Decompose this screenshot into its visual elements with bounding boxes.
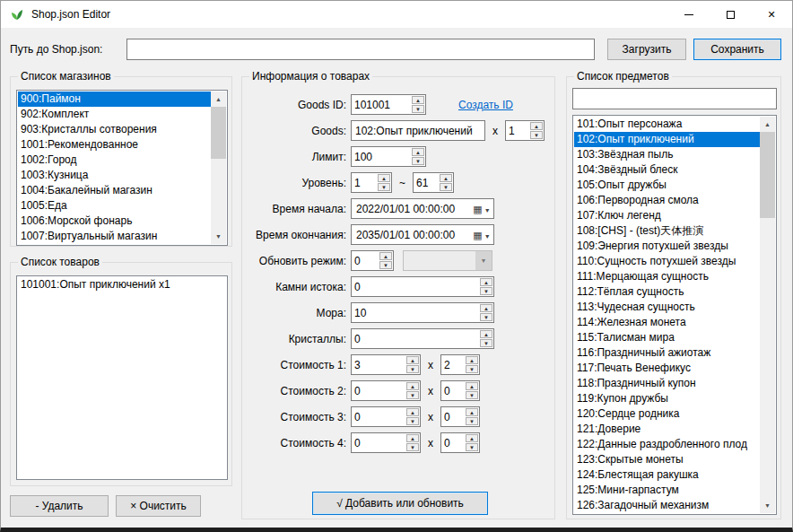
list-item[interactable]: 124:Блестящая ракушка: [574, 467, 760, 483]
list-item[interactable]: 111:Мерцающая сущность: [574, 269, 760, 284]
scroll-down-button[interactable]: [760, 498, 775, 513]
list-item[interactable]: 110:Сущность потухшей звезды: [574, 254, 760, 269]
list-item[interactable]: 101001:Опыт приключений x1: [18, 277, 226, 292]
spin-up-icon[interactable]: [466, 356, 478, 364]
list-item[interactable]: 121:Доверие: [574, 422, 760, 437]
cost2-id-input[interactable]: [352, 381, 405, 400]
list-item[interactable]: 107:Ключ легенд: [574, 208, 760, 223]
spin-down-icon[interactable]: [466, 443, 478, 451]
spin-up-icon[interactable]: [440, 174, 452, 182]
item-filter-input[interactable]: [572, 88, 777, 109]
spin-up-icon[interactable]: [406, 434, 419, 442]
spin-up-icon[interactable]: [379, 252, 392, 260]
list-item[interactable]: 120:Сердце родника: [574, 406, 760, 422]
create-id-link[interactable]: Создать ID: [458, 99, 513, 111]
scroll-thumb[interactable]: [211, 107, 226, 159]
list-item[interactable]: 114:Железная монета: [574, 315, 760, 330]
spin-up-icon[interactable]: [406, 356, 419, 364]
list-item[interactable]: 900:Паймон: [18, 92, 211, 107]
shops-listbox[interactable]: 900:Паймон902:Комплект903:Кристаллы сотв…: [16, 90, 228, 246]
cost2-count-input[interactable]: [441, 381, 465, 400]
list-item[interactable]: 119:Купон дружбы: [574, 391, 760, 406]
scroll-down-button[interactable]: [211, 229, 226, 244]
list-item[interactable]: 106:Первородная смола: [574, 193, 760, 208]
list-item[interactable]: 1004:Бакалейный магазин: [18, 183, 211, 198]
refresh-mode-input[interactable]: [352, 251, 379, 270]
minimize-button[interactable]: [668, 1, 710, 28]
save-button[interactable]: Сохранить: [693, 39, 781, 60]
end-time-picker[interactable]: 2035/01/01 00:00:00: [351, 224, 494, 245]
spin-down-icon[interactable]: [480, 313, 492, 321]
list-item[interactable]: 902:Комплект: [18, 107, 211, 122]
spin-up-icon[interactable]: [406, 382, 419, 390]
goods-input[interactable]: [351, 120, 485, 141]
primogem-input[interactable]: [352, 277, 479, 296]
spin-up-icon[interactable]: [480, 278, 492, 286]
spin-down-icon[interactable]: [480, 339, 492, 347]
list-item[interactable]: 122:Данные раздробленного плод: [574, 437, 760, 452]
cost1-count-input[interactable]: [441, 355, 465, 374]
list-item[interactable]: 126:Загадочный механизм: [574, 498, 760, 513]
list-item[interactable]: 903:Кристаллы сотворения: [18, 122, 211, 137]
begin-time-dropdown[interactable]: [470, 199, 493, 218]
items-scrollbar[interactable]: [760, 117, 775, 513]
cost4-id-input[interactable]: [352, 433, 405, 452]
items-listbox[interactable]: 101:Опыт персонажа102:Опыт приключений10…: [572, 115, 777, 515]
cost3-id-input[interactable]: [352, 407, 405, 426]
delete-button[interactable]: - Удалить: [10, 495, 109, 517]
spin-up-icon[interactable]: [466, 382, 478, 390]
spin-up-icon[interactable]: [412, 148, 424, 156]
list-item[interactable]: 123:Скрытые монеты: [574, 452, 760, 467]
close-button[interactable]: [751, 1, 792, 28]
spin-down-icon[interactable]: [412, 157, 424, 165]
mora-input[interactable]: [352, 303, 479, 322]
spin-down-icon[interactable]: [412, 105, 424, 113]
goods-count-input[interactable]: [506, 121, 529, 140]
spin-up-icon[interactable]: [466, 408, 478, 416]
spin-up-icon[interactable]: [412, 96, 424, 104]
spin-down-icon[interactable]: [406, 391, 419, 399]
list-item[interactable]: 1003:Кузница: [18, 168, 211, 183]
spin-down-icon[interactable]: [480, 287, 492, 295]
spin-down-icon[interactable]: [406, 365, 419, 373]
maximize-button[interactable]: [710, 1, 751, 28]
begin-time-picker[interactable]: 2022/01/01 00:00:00: [351, 198, 494, 219]
cost1-id-input[interactable]: [352, 355, 405, 374]
list-item[interactable]: 125:Мини-гарпастум: [574, 483, 760, 498]
spin-down-icon[interactable]: [466, 417, 478, 425]
list-item[interactable]: 105:Опыт дружбы: [574, 178, 760, 193]
spin-down-icon[interactable]: [406, 417, 419, 425]
spin-up-icon[interactable]: [530, 122, 543, 130]
path-input[interactable]: [126, 39, 595, 60]
list-item[interactable]: 101:Опыт персонажа: [574, 117, 760, 132]
spin-down-icon[interactable]: [440, 183, 452, 191]
level-min-input[interactable]: [352, 173, 377, 192]
list-item[interactable]: 1007:Виртуальный магазин: [18, 229, 211, 244]
spin-down-icon[interactable]: [530, 131, 543, 139]
spin-down-icon[interactable]: [466, 391, 478, 399]
spin-up-icon[interactable]: [406, 408, 419, 416]
scroll-up-button[interactable]: [760, 117, 775, 132]
level-max-input[interactable]: [414, 173, 439, 192]
spin-up-icon[interactable]: [466, 434, 478, 442]
clear-button[interactable]: × Очистить: [116, 495, 201, 517]
load-button[interactable]: Загрузить: [607, 39, 686, 60]
crystal-input[interactable]: [352, 329, 479, 348]
spin-up-icon[interactable]: [378, 174, 390, 182]
spin-down-icon[interactable]: [466, 365, 478, 373]
list-item[interactable]: 103:Звёздная пыль: [574, 147, 760, 162]
spin-down-icon[interactable]: [379, 261, 392, 269]
spin-down-icon[interactable]: [378, 183, 390, 191]
goods-id-input[interactable]: [352, 95, 411, 114]
end-time-dropdown[interactable]: [470, 225, 493, 244]
refresh-mode-combobox[interactable]: [403, 250, 492, 271]
list-item[interactable]: 1001:Рекомендованное: [18, 137, 211, 153]
add-or-update-button[interactable]: √ Добавить или обновить: [312, 492, 488, 515]
list-item[interactable]: 113:Чудесная сущность: [574, 300, 760, 315]
list-item[interactable]: 117:Печать Венефикус: [574, 361, 760, 376]
spin-down-icon[interactable]: [406, 443, 419, 451]
list-item[interactable]: 112:Тёплая сущность: [574, 284, 760, 300]
list-item[interactable]: 1002:Город: [18, 153, 211, 168]
list-item[interactable]: 1006:Морской фонарь: [18, 214, 211, 229]
list-item[interactable]: 116:Праздничный ажиотаж: [574, 345, 760, 361]
